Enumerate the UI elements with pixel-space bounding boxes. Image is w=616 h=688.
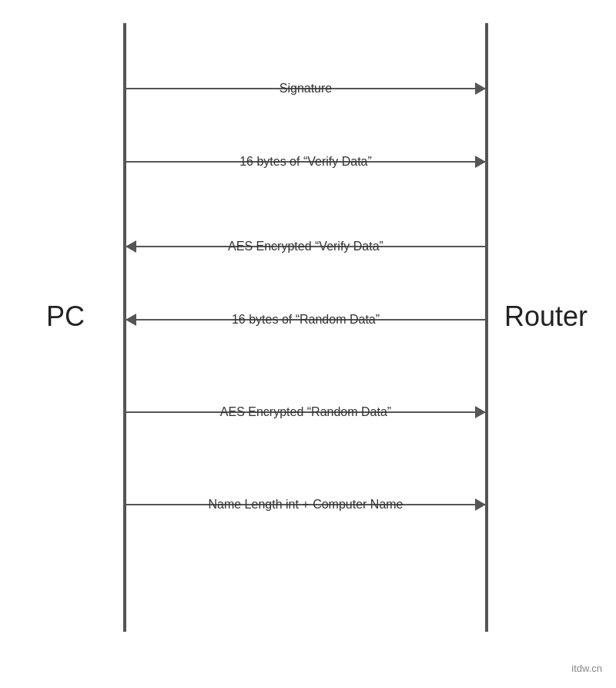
arrow-verify-16-label: 16 bytes of “Verify Data”	[126, 155, 485, 169]
arrow-aes-random-label: AES Encrypted “Random Data”	[126, 405, 485, 419]
router-label: Router	[504, 300, 588, 333]
arrow-random-16-label: 16 bytes of “Random Data”	[126, 313, 485, 327]
arrow-aes-verify: AES Encrypted “Verify Data”	[126, 235, 485, 258]
router-lifeline	[485, 23, 488, 632]
arrow-name-length: Name Length int + Computer Name	[126, 493, 485, 516]
watermark: itdw.cn	[571, 663, 602, 674]
arrow-aes-verify-label: AES Encrypted “Verify Data”	[126, 240, 485, 253]
pc-label: PC	[46, 300, 85, 333]
arrow-aes-random: AES Encrypted “Random Data”	[126, 401, 485, 424]
arrow-name-length-label: Name Length int + Computer Name	[126, 498, 485, 512]
arrow-signature: Signature	[126, 77, 485, 100]
arrow-signature-label: Signature	[126, 82, 485, 96]
sequence-diagram: PC Router Signature 16 bytes of “Verify …	[0, 0, 616, 688]
arrow-random-16: 16 bytes of “Random Data”	[126, 308, 485, 331]
arrow-verify-16: 16 bytes of “Verify Data”	[126, 150, 485, 173]
